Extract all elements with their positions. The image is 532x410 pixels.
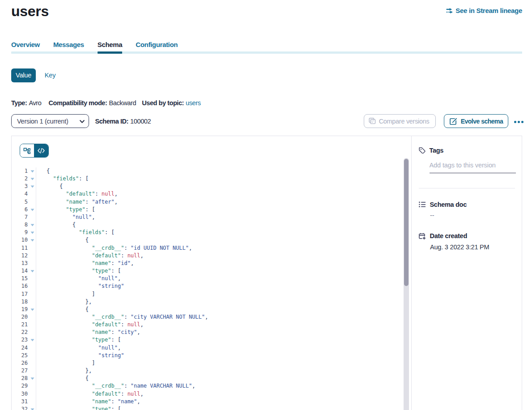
line-number: 15	[12, 275, 28, 282]
date-created-value: Aug. 3 2022 3:21 PM	[430, 243, 515, 251]
version-select-value: Version 1 (current)	[17, 118, 68, 125]
line-number: 4	[12, 190, 28, 198]
line-number: 7	[12, 214, 28, 221]
see-in-stream-lineage-link[interactable]: See in Stream lineage	[446, 7, 522, 14]
schema-id: Schema ID: 100002	[95, 118, 151, 125]
compatibility-label: Compatibility mode:	[49, 99, 107, 107]
code-text: "default": null,	[36, 190, 118, 198]
evolve-schema-icon	[450, 118, 457, 125]
fold-gutter	[28, 359, 36, 367]
page-title: users	[11, 4, 49, 19]
code-text: "type": [	[36, 206, 95, 214]
line-number: 18	[12, 298, 28, 306]
code-view-button[interactable]	[34, 144, 48, 157]
fold-gutter	[28, 252, 36, 260]
fold-toggle-icon[interactable]	[28, 183, 36, 190]
line-number: 3	[12, 183, 28, 190]
tags-input[interactable]	[430, 162, 516, 173]
line-number: 6	[12, 206, 28, 214]
value-tab-button[interactable]: Value	[11, 68, 36, 82]
code-text: "null",	[36, 275, 121, 282]
line-number: 19	[12, 306, 28, 313]
fold-toggle-icon[interactable]	[28, 167, 36, 175]
tab-configuration[interactable]: Configuration	[136, 41, 178, 52]
line-number: 8	[12, 221, 28, 229]
fold-gutter	[28, 398, 36, 406]
fold-gutter	[28, 275, 36, 282]
tags-section-heading: Tags	[419, 147, 515, 154]
tag-icon	[419, 147, 426, 154]
line-number: 16	[12, 282, 28, 290]
fold-gutter	[28, 298, 36, 306]
used-by-topic-link[interactable]: users	[186, 99, 201, 107]
code-scrollbar-track[interactable]	[404, 158, 409, 410]
fold-toggle-icon[interactable]	[28, 236, 36, 244]
tab-schema[interactable]: Schema	[98, 41, 122, 52]
fold-toggle-icon[interactable]	[28, 406, 36, 410]
calendar-plus-icon	[419, 233, 426, 240]
key-tab-button[interactable]: Key	[45, 68, 56, 82]
line-number: 2	[12, 175, 28, 183]
code-text: {	[36, 375, 89, 382]
code-text: ]	[36, 359, 95, 367]
compatibility-value: Backward	[109, 99, 136, 107]
line-number: 10	[12, 236, 28, 244]
line-number: 28	[12, 375, 28, 382]
fold-toggle-icon[interactable]	[28, 306, 36, 313]
fold-toggle-icon[interactable]	[28, 229, 36, 236]
schema-sidebar: Tags Schema doc --	[412, 136, 522, 410]
line-number: 25	[12, 352, 28, 359]
code-text: {	[36, 306, 89, 313]
compare-versions-button[interactable]: Compare versions	[364, 114, 436, 128]
fold-toggle-icon[interactable]	[28, 336, 36, 344]
code-text: "__crdb__": "id UUID NOT NULL",	[36, 244, 192, 252]
code-scrollbar-thumb[interactable]	[404, 159, 409, 286]
code-text: "name": "city",	[36, 329, 140, 336]
date-created-section-heading: Date created	[419, 232, 515, 240]
evolve-schema-button[interactable]: Evolve schema	[444, 114, 508, 128]
compatibility-meta: Compatibility mode: Backward	[49, 99, 136, 107]
fold-gutter	[28, 313, 36, 321]
schema-id-value: 100002	[130, 118, 151, 125]
code-text: {	[36, 236, 89, 244]
stream-lineage-icon	[446, 8, 453, 13]
code-text: "__crdb__": "name VARCHAR NULL",	[36, 382, 195, 390]
fold-gutter	[28, 260, 36, 267]
value-key-toggle: Value Key	[11, 68, 56, 82]
tab-overview[interactable]: Overview	[11, 41, 40, 52]
code-text: {	[36, 221, 76, 229]
code-text: "string"	[36, 282, 124, 290]
evolve-schema-label: Evolve schema	[461, 118, 503, 125]
code-text: "null",	[36, 214, 95, 221]
more-actions-button[interactable]	[514, 119, 523, 123]
code-text: "type": [	[36, 406, 121, 410]
used-by-topic-label: Used by topic:	[142, 99, 184, 107]
fold-gutter	[28, 214, 36, 221]
used-by-topic-meta: Used by topic: users	[142, 99, 200, 107]
chevron-down-icon	[80, 120, 85, 123]
fold-toggle-icon[interactable]	[28, 206, 36, 214]
schema-doc-heading: Schema doc	[430, 201, 467, 208]
date-created-heading: Date created	[430, 232, 467, 239]
line-number: 26	[12, 359, 28, 367]
fold-gutter	[28, 344, 36, 352]
tab-messages[interactable]: Messages	[53, 41, 84, 52]
code-text: "default": null,	[36, 252, 144, 260]
tree-view-button[interactable]	[20, 144, 34, 157]
line-number: 9	[12, 229, 28, 236]
fold-toggle-icon[interactable]	[28, 267, 36, 275]
version-select[interactable]: Version 1 (current)	[11, 114, 89, 128]
line-number: 17	[12, 290, 28, 298]
fold-gutter	[28, 244, 36, 252]
tab-bar: OverviewMessagesSchemaConfiguration	[11, 41, 522, 52]
fold-toggle-icon[interactable]	[28, 175, 36, 183]
schema-panel: 1{2 "fields": [3 {4 "default": null,5 "n…	[11, 136, 522, 410]
type-value: Avro	[29, 99, 41, 107]
fold-gutter	[28, 190, 36, 198]
schema-view-toggle	[20, 144, 49, 158]
line-number: 29	[12, 382, 28, 390]
code-view-icon	[38, 148, 45, 154]
code-text: "default": null,	[36, 390, 144, 398]
fold-toggle-icon[interactable]	[28, 375, 36, 382]
fold-toggle-icon[interactable]	[28, 221, 36, 229]
